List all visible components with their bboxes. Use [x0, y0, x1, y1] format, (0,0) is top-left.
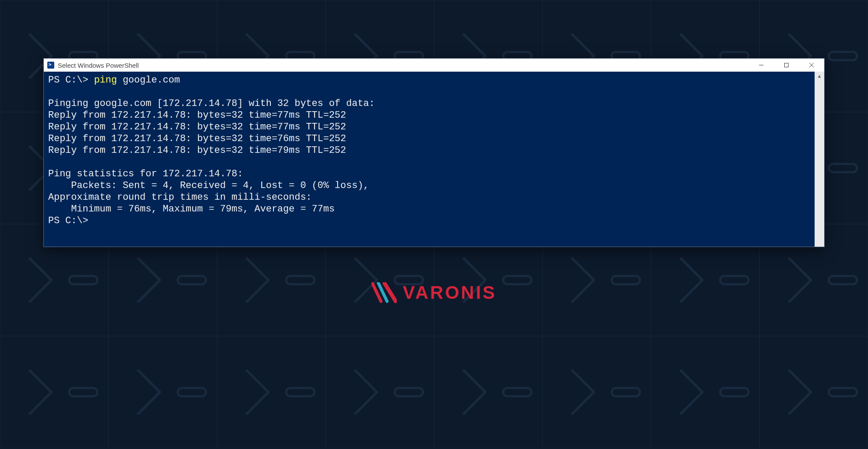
- prompt: PS C:\>: [48, 215, 88, 226]
- window-title: Select Windows PowerShell: [58, 62, 139, 69]
- minimize-button[interactable]: [749, 59, 774, 72]
- scroll-up-icon[interactable]: ▲: [815, 72, 824, 80]
- output-line: Packets: Sent = 4, Received = 4, Lost = …: [48, 180, 369, 191]
- close-button[interactable]: [799, 59, 824, 72]
- varonis-logo-text: VARONIS: [403, 282, 496, 303]
- command-ping: ping: [94, 75, 117, 86]
- powershell-window: Select Windows PowerShell PS C:\> ping g…: [43, 58, 825, 247]
- output-line: Pinging google.com [172.217.14.78] with …: [48, 98, 375, 109]
- varonis-logo: VARONIS: [372, 282, 496, 303]
- command-args: google.com: [117, 75, 180, 86]
- titlebar[interactable]: Select Windows PowerShell: [44, 59, 824, 72]
- maximize-button[interactable]: [774, 59, 799, 72]
- terminal-output[interactable]: PS C:\> ping google.com Pinging google.c…: [44, 72, 815, 247]
- svg-rect-1: [785, 63, 789, 67]
- output-line: Reply from 172.217.14.78: bytes=32 time=…: [48, 133, 346, 144]
- output-line: Reply from 172.217.14.78: bytes=32 time=…: [48, 145, 346, 156]
- output-line: Minimum = 76ms, Maximum = 79ms, Average …: [48, 204, 335, 215]
- varonis-logo-icon: [372, 282, 397, 303]
- prompt-prefix: PS C:\>: [48, 75, 94, 86]
- output-line: Reply from 172.217.14.78: bytes=32 time=…: [48, 110, 346, 121]
- scrollbar[interactable]: ▲: [815, 72, 824, 247]
- output-line: Ping statistics for 172.217.14.78:: [48, 168, 243, 179]
- output-line: Approximate round trip times in milli-se…: [48, 192, 312, 203]
- output-line: Reply from 172.217.14.78: bytes=32 time=…: [48, 122, 346, 132]
- powershell-icon: [47, 62, 54, 69]
